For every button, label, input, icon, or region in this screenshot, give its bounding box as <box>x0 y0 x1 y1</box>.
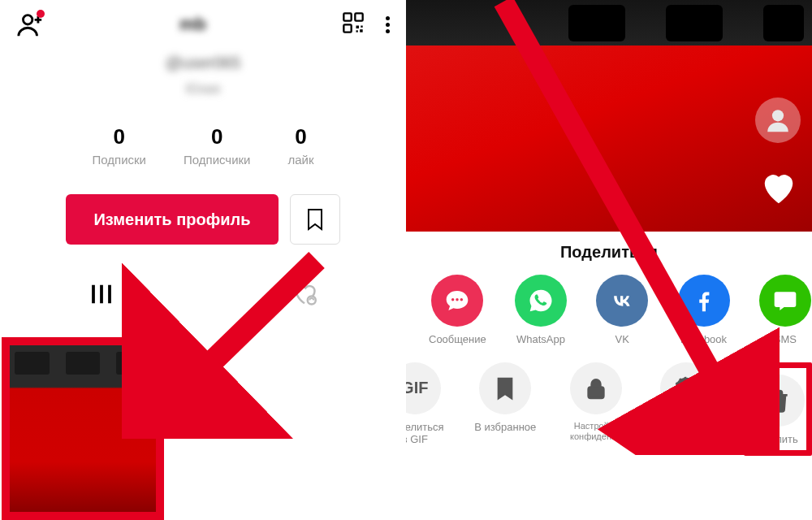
share-sheet: Поделиться Сообщение WhatsApp VK Faceboo… <box>406 232 812 456</box>
svg-point-10 <box>451 298 454 301</box>
stat-followers[interactable]: 0 Подписчики <box>184 124 251 167</box>
share-whatsapp[interactable]: WhatsApp <box>514 275 568 346</box>
share-sms[interactable]: SMS <box>758 275 812 346</box>
bookmark-button[interactable] <box>290 194 340 245</box>
profile-screen: mb @user065 Юлия 0 Подписки 0 Подписчики… <box>0 0 406 520</box>
vk-icon <box>596 275 648 327</box>
bookmark-icon <box>479 362 531 414</box>
profile-topbar: mb <box>0 0 406 49</box>
video-share-screen: Поделиться Сообщение WhatsApp VK Faceboo… <box>406 0 812 520</box>
svg-rect-4 <box>356 26 360 29</box>
action-privacy-label: Настройки конфиденци <box>563 421 629 442</box>
livephoto-icon <box>660 362 712 414</box>
share-facebook-label: Facebook <box>676 333 730 346</box>
svg-point-11 <box>456 298 459 301</box>
share-vk-label: VK <box>595 333 649 346</box>
action-gif-label: Поделиться в GIF <box>406 421 448 446</box>
svg-point-8 <box>308 297 316 305</box>
author-avatar[interactable] <box>755 98 801 143</box>
sms-icon <box>759 275 811 327</box>
action-livephoto[interactable]: Live Photo <box>654 362 720 457</box>
share-message-label: Сообщение <box>429 333 486 346</box>
svg-rect-1 <box>343 13 351 20</box>
action-livephoto-label: Live Photo <box>654 421 720 434</box>
stat-following-label: Подписки <box>92 153 146 167</box>
stat-likes-count: 0 <box>287 124 313 150</box>
video-player[interactable] <box>406 0 812 232</box>
trash-icon <box>753 375 805 427</box>
share-whatsapp-label: WhatsApp <box>514 333 568 346</box>
action-bookmark[interactable]: В избранное <box>473 362 539 457</box>
action-delete[interactable]: Удалить <box>744 362 812 457</box>
share-apps-row: Сообщение WhatsApp VK Facebook SMS <box>406 275 812 346</box>
share-actions-row: GIF Поделиться в GIF В избранное Настрой… <box>406 362 812 457</box>
action-gif[interactable]: GIF Поделиться в GIF <box>406 362 448 457</box>
share-message[interactable]: Сообщение <box>429 275 486 346</box>
facebook-icon <box>678 275 730 327</box>
profile-handle: @user065 <box>166 54 241 72</box>
profile-username: mb <box>179 14 206 35</box>
qr-icon[interactable] <box>342 11 365 37</box>
svg-rect-7 <box>360 29 363 32</box>
profile-display-name: Юлия <box>186 82 220 97</box>
svg-point-0 <box>24 15 32 24</box>
svg-point-16 <box>676 377 698 399</box>
add-friends-icon[interactable] <box>16 11 44 38</box>
svg-point-9 <box>772 110 784 121</box>
svg-rect-6 <box>356 30 358 32</box>
action-delete-label: Удалить <box>753 433 803 446</box>
share-sms-label: SMS <box>758 333 812 346</box>
action-bookmark-label: В избранное <box>473 421 539 434</box>
stat-followers-label: Подписчики <box>184 153 251 167</box>
svg-rect-13 <box>588 387 603 397</box>
tab-liked[interactable] <box>203 275 406 313</box>
svg-rect-5 <box>361 26 362 28</box>
profile-meta: @user065 Юлия <box>0 49 406 97</box>
stat-following-count: 0 <box>92 124 146 150</box>
svg-rect-2 <box>355 13 362 20</box>
more-icon[interactable] <box>386 16 390 33</box>
lock-icon <box>570 362 622 414</box>
share-vk[interactable]: VK <box>595 275 649 346</box>
gif-icon: GIF <box>406 362 441 414</box>
stat-following[interactable]: 0 Подписки <box>92 124 146 167</box>
stat-likes-label: лайк <box>287 153 313 167</box>
stat-likes[interactable]: 0 лайк <box>287 124 313 167</box>
edit-profile-button[interactable]: Изменить профиль <box>66 194 278 245</box>
like-icon[interactable] <box>760 171 797 211</box>
video-thumbnail[interactable] <box>2 337 164 520</box>
profile-actions: Изменить профиль <box>0 194 406 245</box>
svg-point-12 <box>460 298 463 301</box>
tab-videos[interactable] <box>0 275 203 313</box>
notification-dot <box>37 10 45 18</box>
whatsapp-icon <box>515 275 567 327</box>
share-facebook[interactable]: Facebook <box>676 275 730 346</box>
stat-followers-count: 0 <box>184 124 251 150</box>
profile-stats: 0 Подписки 0 Подписчики 0 лайк <box>0 124 406 167</box>
message-icon <box>431 275 483 327</box>
profile-tabs <box>0 275 406 313</box>
action-privacy[interactable]: Настройки конфиденци <box>563 362 629 457</box>
svg-rect-3 <box>343 24 351 32</box>
share-title: Поделиться <box>406 243 812 262</box>
